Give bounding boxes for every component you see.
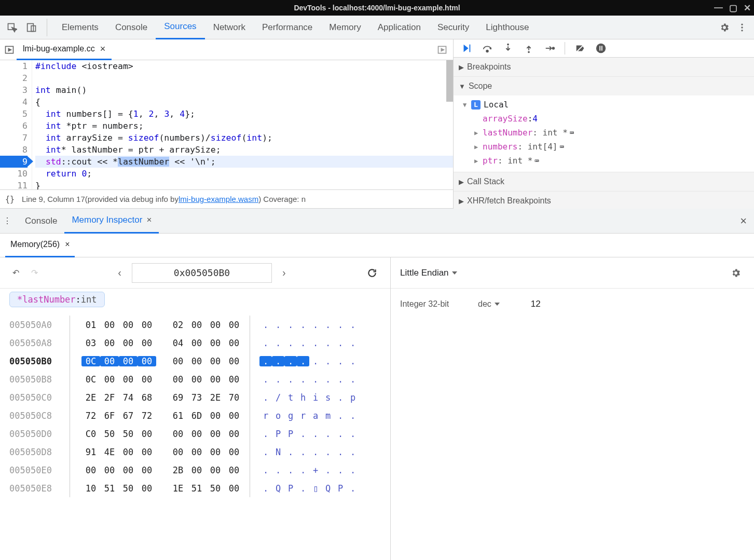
svg-rect-16 xyxy=(601,46,602,50)
file-tabstrip: lmi-bug-example.cc × xyxy=(0,39,453,60)
scope-var[interactable]: ▶numbers: int[4]⌨ xyxy=(454,140,754,154)
svg-rect-15 xyxy=(599,46,600,50)
cursor-pos: Line 9, Column 17 xyxy=(22,195,85,203)
drawer-menu-icon[interactable]: ⋮ xyxy=(3,216,11,226)
svg-rect-8 xyxy=(470,45,471,52)
inspect-icon[interactable] xyxy=(3,19,21,36)
endian-dropdown[interactable]: Little Endian xyxy=(400,268,457,278)
titlebar: DevTools - localhost:4000/lmi-bug-exampl… xyxy=(0,0,754,16)
settings-icon[interactable] xyxy=(716,19,733,36)
memory-tabstrip: Memory(256)× xyxy=(0,234,754,257)
prev-address-icon[interactable]: ‹ xyxy=(114,267,126,279)
address-input[interactable] xyxy=(132,263,272,283)
tab-performance[interactable]: Performance xyxy=(254,16,321,39)
memory-settings-icon[interactable] xyxy=(727,264,745,282)
debuginfo-link[interactable]: lmi-bug-example.wasm xyxy=(179,195,258,203)
run-file-icon[interactable] xyxy=(433,41,451,59)
svg-point-11 xyxy=(528,51,530,53)
close-drawer-icon[interactable]: × xyxy=(146,215,152,225)
value-type: Integer 32-bit xyxy=(400,299,478,309)
drawer-memory-inspector[interactable]: Memory Inspector× xyxy=(64,209,159,234)
pretty-print-icon[interactable]: {} xyxy=(5,195,15,204)
tab-lighthouse[interactable]: Lighthouse xyxy=(477,16,537,39)
next-address-icon[interactable]: › xyxy=(278,267,290,279)
tab-console[interactable]: Console xyxy=(107,16,156,39)
stepout-icon[interactable] xyxy=(520,39,538,57)
close-memory-tab-icon[interactable]: × xyxy=(65,240,70,249)
device-mode-icon[interactable] xyxy=(23,19,40,36)
svg-point-10 xyxy=(507,44,509,46)
window-title: DevTools - localhost:4000/lmi-bug-exampl… xyxy=(294,4,460,12)
close-window-icon[interactable]: ✕ xyxy=(744,3,751,13)
file-name: lmi-bug-example.cc xyxy=(23,44,95,53)
tab-elements[interactable]: Elements xyxy=(53,16,107,39)
scope-var[interactable]: ▶lastNumber: int *⌨ xyxy=(454,126,754,140)
memory-toolbar: ↶ ↷ ‹ › xyxy=(0,257,390,289)
close-file-icon[interactable]: × xyxy=(100,44,106,54)
svg-point-3 xyxy=(741,23,743,25)
refresh-icon[interactable] xyxy=(363,264,381,282)
callstack-header[interactable]: ▶Call Stack xyxy=(454,172,754,191)
debug-toolbar xyxy=(454,39,754,58)
drawer-close-icon[interactable]: × xyxy=(736,214,751,228)
redo-icon[interactable]: ↷ xyxy=(28,264,40,282)
scope-header[interactable]: ▼Scope xyxy=(454,77,754,95)
more-menu-icon[interactable] xyxy=(733,19,751,36)
svg-point-12 xyxy=(553,47,555,49)
tab-memory[interactable]: Memory xyxy=(321,16,369,39)
drawer-console[interactable]: Console xyxy=(18,209,64,234)
code-scrollbar[interactable] xyxy=(446,60,453,102)
code-editor[interactable]: 123456789101112 #include <iostream>int m… xyxy=(0,60,453,189)
drawer-tabstrip: ⋮ Console Memory Inspector× × xyxy=(0,209,754,234)
tab-security[interactable]: Security xyxy=(429,16,477,39)
undo-icon[interactable]: ↶ xyxy=(9,264,22,282)
svg-rect-1 xyxy=(28,23,34,31)
deactivate-breakpoints-icon[interactable] xyxy=(571,39,589,57)
stepover-icon[interactable] xyxy=(478,39,496,57)
run-snippet-icon[interactable] xyxy=(2,41,17,59)
step-icon[interactable] xyxy=(541,39,558,57)
endianness-row: Little Endian xyxy=(391,257,754,289)
format-dropdown[interactable]: dec xyxy=(478,299,500,309)
svg-point-14 xyxy=(596,44,606,53)
minimize-icon[interactable]: — xyxy=(714,3,723,13)
tab-sources[interactable]: Sources xyxy=(156,16,204,39)
breakpoints-header[interactable]: ▶Breakpoints xyxy=(454,58,754,76)
memory-filter: *lastNumber: int xyxy=(0,289,390,310)
scope-local[interactable]: ▼LLocal xyxy=(454,98,754,112)
memory-tab[interactable]: Memory(256)× xyxy=(5,234,75,257)
file-tab[interactable]: lmi-bug-example.cc × xyxy=(17,39,112,60)
main-toolbar: Elements Console Sources Network Perform… xyxy=(0,16,754,39)
tab-application[interactable]: Application xyxy=(369,16,429,39)
memory-filter-chip[interactable]: *lastNumber: int xyxy=(9,292,105,307)
hex-viewer[interactable]: 005050A00100000002000000........005050A8… xyxy=(0,310,390,502)
value-display: 12 xyxy=(531,299,541,309)
value-row: Integer 32-bit dec 12 xyxy=(391,289,754,320)
xhr-header[interactable]: ▶XHR/fetch Breakpoints xyxy=(454,192,754,210)
svg-point-4 xyxy=(741,26,743,28)
resume-icon[interactable] xyxy=(458,39,475,57)
scope-var[interactable]: arraySize: 4 xyxy=(454,112,754,126)
pause-on-exc-icon[interactable] xyxy=(592,39,610,57)
scope-var[interactable]: ▶ptr: int *⌨ xyxy=(454,154,754,168)
maximize-icon[interactable]: ▢ xyxy=(729,3,737,13)
svg-point-9 xyxy=(486,50,488,52)
scope-body: ▼LLocal arraySize: 4▶lastNumber: int *⌨▶… xyxy=(454,95,754,172)
tab-network[interactable]: Network xyxy=(205,16,254,39)
stepinto-icon[interactable] xyxy=(499,39,517,57)
svg-point-5 xyxy=(741,30,743,31)
status-line: {} Line 9, Column 17 (provided via debug… xyxy=(0,189,453,208)
